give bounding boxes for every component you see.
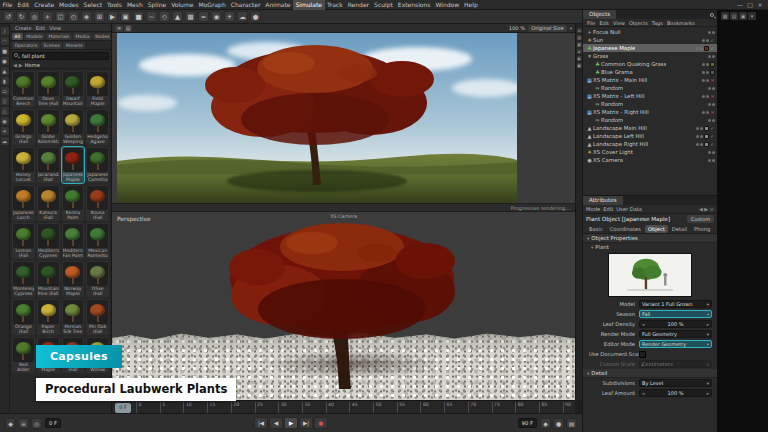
object-row[interactable]: ≈Random	[583, 100, 717, 108]
prev-frame-button[interactable]: ◀	[269, 417, 283, 429]
asset-menu-view[interactable]: View	[47, 25, 63, 31]
filter-tab-all[interactable]: All	[12, 33, 23, 40]
menu-sculpt[interactable]: Sculpt	[372, 0, 396, 10]
asset-item[interactable]: Persian Silk Tree (Fall Plant)	[62, 299, 85, 335]
visibility-dot[interactable]	[700, 127, 703, 130]
visibility-dot[interactable]	[702, 63, 705, 66]
disabled-tag-icon[interactable]: ×	[710, 78, 715, 83]
visibility-dot[interactable]	[706, 71, 709, 74]
redo-icon[interactable]: ↻	[16, 11, 27, 22]
asset-item[interactable]: Mediterranean Cypress (Fall Plant)	[37, 223, 60, 259]
visibility-dot[interactable]	[702, 95, 705, 98]
asset-item[interactable]: Golden Weeping Willow (Fall Plant)	[62, 109, 85, 145]
timeline-ruler[interactable]: 0 F 051015202530354045505560657075808590	[112, 400, 575, 413]
menu-character[interactable]: Character	[228, 0, 263, 10]
visibility-dot[interactable]	[696, 143, 699, 146]
visibility-dot[interactable]	[696, 135, 699, 138]
asset-item[interactable]: Norway Maple (Fall Plant)	[62, 261, 85, 297]
tab-objects[interactable]: Objects	[583, 10, 616, 19]
menu-mesh[interactable]: Mesh	[124, 0, 145, 10]
coord-icon[interactable]: ⊞	[94, 11, 105, 22]
visibility-dot[interactable]	[706, 95, 709, 98]
asset-item[interactable]: Lemon (Fall Plant)	[12, 223, 35, 259]
sky-object-icon[interactable]: ☁	[1, 137, 9, 145]
render-viewport[interactable]	[112, 33, 575, 203]
landscape-icon[interactable]: △	[1, 107, 9, 115]
autokey-icon[interactable]: ●	[553, 418, 564, 429]
menu-create[interactable]: Create	[32, 0, 57, 10]
menu-extensions[interactable]: Extensions	[395, 0, 433, 10]
visibility-dot[interactable]	[712, 31, 715, 34]
filter-tab-operators[interactable]: Operators	[12, 42, 40, 49]
scene-camera-icon[interactable]: ◉	[1, 117, 9, 125]
play-button[interactable]: ▶	[284, 417, 298, 429]
visibility-dot[interactable]	[696, 47, 699, 50]
subdivision-icon[interactable]: ◇	[159, 11, 170, 22]
object-row[interactable]: ≈Random	[583, 116, 717, 124]
back-icon[interactable]: ◀	[13, 62, 17, 68]
tab-object[interactable]: Object	[645, 225, 668, 233]
menu-simulate[interactable]: Simulate	[293, 0, 325, 10]
asset-item[interactable]: Jacaranda (Fall Plant)	[37, 147, 60, 183]
asset-item[interactable]: Hedgehog Agave (Fall Plant)	[86, 109, 109, 145]
timeline-tick[interactable]: 60	[420, 402, 428, 413]
menu-edit[interactable]: Edit	[15, 0, 32, 10]
tab-phong[interactable]: Phong	[691, 225, 713, 233]
grid-icon[interactable]: ▦	[577, 42, 582, 47]
timeline-tick[interactable]: 85	[539, 402, 547, 413]
asset-item[interactable]: Orange (Fall Plant)	[12, 299, 35, 335]
record-button[interactable]: ●	[314, 417, 328, 429]
objects-menu-file[interactable]: File	[585, 20, 597, 26]
viewport-label[interactable]: Perspective	[117, 216, 151, 222]
menu-spline[interactable]: Spline	[145, 0, 168, 10]
asset-menu-edit[interactable]: Edit	[34, 25, 48, 31]
filter-tab-models[interactable]: Models	[24, 33, 45, 40]
timeline-tick[interactable]: 75	[492, 402, 500, 413]
layout-dropdown-icon[interactable]: ▾	[748, 12, 756, 20]
object-row[interactable]: ◉XS Camera	[583, 156, 717, 164]
subdivisions-dropdown[interactable]: By Level ▾	[639, 379, 712, 387]
object-row[interactable]: ▦XS Matrix - Main Hill×	[583, 76, 717, 84]
visibility-dot[interactable]	[708, 103, 711, 106]
timeline-tick[interactable]: 5	[160, 402, 165, 413]
goto-start-button[interactable]: |◀	[254, 417, 268, 429]
visibility-dot[interactable]	[712, 159, 715, 162]
asset-item[interactable]: Field Maple (Fall Plant)	[86, 71, 109, 107]
zoom-level[interactable]: 100 %	[509, 25, 525, 31]
figure-icon[interactable]: ▯	[1, 97, 9, 105]
enabled-tag-icon[interactable]: ✓	[710, 126, 715, 131]
viewport-menu-icon[interactable]: ≡	[115, 25, 123, 32]
material-tag[interactable]	[704, 126, 709, 131]
asset-item[interactable]: Mexican Palmetto (Fall Plant)	[86, 223, 109, 259]
menu-mograph[interactable]: MoGraph	[196, 0, 228, 10]
menu-tools[interactable]: Tools	[105, 0, 125, 10]
light-icon[interactable]: ☀	[224, 11, 235, 22]
breadcrumb-label[interactable]: Home	[25, 62, 40, 68]
asset-item[interactable]: Paper Birch (Fall Plant)	[37, 299, 60, 335]
asset-item[interactable]: Dove Tree (Fall Plant)	[37, 71, 60, 107]
search-input[interactable]	[12, 52, 109, 60]
simulate-icon[interactable]: ≈	[198, 11, 209, 22]
menu-render[interactable]: Render	[345, 0, 371, 10]
tab-coordinates[interactable]: Coordinates	[607, 225, 644, 233]
playhead[interactable]: 0 F	[115, 403, 131, 413]
size-mode-dropdown[interactable]: Original Size	[528, 25, 567, 32]
timeline-tick[interactable]: 30	[278, 402, 286, 413]
visibility-dot[interactable]	[702, 39, 705, 42]
mograph-icon[interactable]: ▲	[172, 11, 183, 22]
asset-menu-create[interactable]: Create	[13, 25, 34, 31]
viewport-divider[interactable]: Progressive rendering...	[112, 203, 575, 212]
filter-tab-materials[interactable]: Materials	[46, 33, 72, 40]
asset-item[interactable]: Red Alder (Fall Plant)	[12, 337, 35, 373]
visibility-dot[interactable]	[706, 39, 709, 42]
visibility-dot[interactable]	[700, 47, 703, 50]
timeline-tick[interactable]: 65	[444, 402, 452, 413]
menu-track[interactable]: Track	[325, 0, 346, 10]
menu-window[interactable]: Window	[433, 0, 462, 10]
search-icon[interactable]	[710, 13, 714, 17]
timeline-tick[interactable]: 35	[302, 402, 310, 413]
visibility-dot[interactable]	[712, 55, 715, 58]
asset-item[interactable]: Globe Kolomikta (Fall Plant)	[37, 109, 60, 145]
timeline-tick[interactable]: 80	[515, 402, 523, 413]
cylinder-icon[interactable]: ▮	[1, 77, 9, 85]
